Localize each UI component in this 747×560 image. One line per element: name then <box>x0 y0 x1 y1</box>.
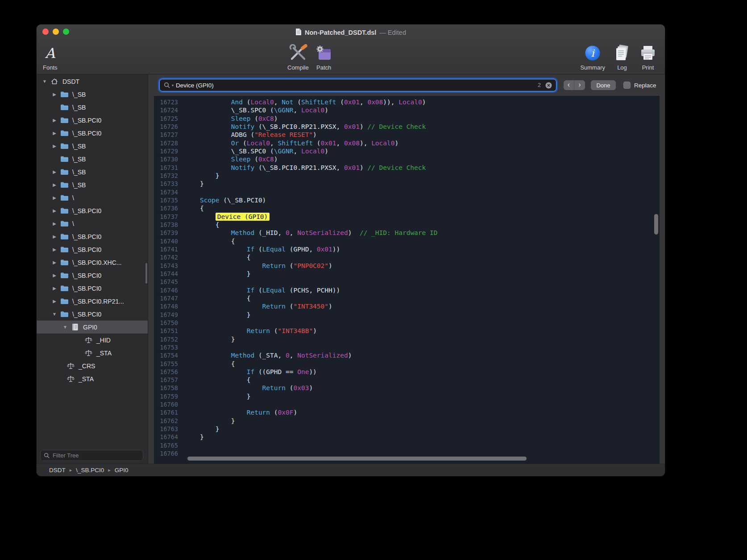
tree-item[interactable]: ▶\_SB <box>37 165 148 178</box>
tree-item[interactable]: ▼GPI0 <box>37 321 148 334</box>
code-text: Notify (\_SB.PCI0.RP21.PXSX, 0x01) // De… <box>180 123 426 131</box>
tree-item[interactable]: ▶\ <box>37 217 148 230</box>
folder-icon <box>59 246 70 253</box>
tree-item[interactable]: \_SB <box>37 101 148 114</box>
tree-item[interactable]: _STA <box>37 346 148 359</box>
replace-checkbox[interactable] <box>623 82 631 89</box>
document-proxy-icon[interactable] <box>295 28 302 37</box>
disclosure-right-icon[interactable]: ▶ <box>50 131 59 136</box>
tree-item[interactable]: _CRS <box>37 359 148 372</box>
folder-icon <box>59 169 70 175</box>
disclosure-right-icon[interactable]: ▶ <box>50 260 59 265</box>
horizontal-scrollbar-thumb[interactable] <box>187 457 527 461</box>
code-text: } <box>180 172 220 180</box>
find-input[interactable]: ▾ Device (GPI0) 2 <box>159 79 556 91</box>
sidebar: ▼DSDT▶\_SB\_SB▶\_SB.PCI0▶\_SB.PCI0▶\_SB\… <box>37 74 148 464</box>
tree-item-label: \ <box>72 194 74 202</box>
disclosure-right-icon[interactable]: ▶ <box>50 169 59 174</box>
tree-item[interactable]: ▶\_SB <box>37 178 148 191</box>
tree-item[interactable]: ▶\_SB.PCI0 <box>37 230 148 243</box>
code-line: 16744 } <box>154 270 660 278</box>
tree-item-label: \_SB.PCI0 <box>72 285 101 292</box>
tree-item[interactable]: ▼DSDT <box>37 75 148 88</box>
tree-item[interactable]: ▶\_SB <box>37 88 148 101</box>
find-previous-button[interactable]: ‹ <box>564 80 574 90</box>
compile-button[interactable]: Compile <box>287 43 309 71</box>
clear-search-icon[interactable] <box>545 82 552 89</box>
log-button[interactable]: Log <box>614 43 630 71</box>
line-number: 16753 <box>154 343 180 351</box>
line-number: 16750 <box>154 319 180 327</box>
code-editor[interactable]: 16723 And (Local0, Not (ShiftLeft (0x01,… <box>154 96 660 464</box>
find-next-button[interactable]: › <box>574 80 585 90</box>
disclosure-right-icon[interactable]: ▶ <box>50 182 59 187</box>
fonts-button[interactable]: A Fonts <box>43 43 58 71</box>
tree-item[interactable]: _HID <box>37 334 148 346</box>
disclosure-right-icon[interactable]: ▶ <box>50 273 59 278</box>
sidebar-tree: ▼DSDT▶\_SB\_SB▶\_SB.PCI0▶\_SB.PCI0▶\_SB\… <box>37 74 148 385</box>
folder-icon <box>59 156 70 162</box>
code-text: { <box>180 360 235 368</box>
tree-item[interactable]: _STA <box>37 372 148 385</box>
search-scope-chevron-icon[interactable]: ▾ <box>172 83 174 87</box>
tree-item[interactable]: ▶\_SB.PCI0 <box>37 204 148 217</box>
disclosure-down-icon[interactable]: ▼ <box>50 312 59 317</box>
breadcrumb-item[interactable]: DSDT <box>49 467 66 474</box>
tree-item[interactable]: ▶\_SB.PCI0.RP21... <box>37 295 148 308</box>
line-number: 16734 <box>154 188 180 196</box>
code-line: 16745 <box>154 278 660 286</box>
folder-icon <box>59 233 70 240</box>
code-line: 16738 { <box>154 221 660 229</box>
tree-item[interactable]: \_SB <box>37 152 148 165</box>
filter-tree-input[interactable]: Filter Tree <box>40 450 143 461</box>
patch-button[interactable]: Patch <box>315 43 333 71</box>
disclosure-right-icon[interactable]: ▶ <box>50 221 59 226</box>
tree-item[interactable]: ▶\ <box>37 191 148 204</box>
window-title: Non-Patched_DSDT.dsl <box>305 29 376 36</box>
tree-item[interactable]: ▶\_SB.PCI0 <box>37 243 148 256</box>
code-text <box>180 449 184 457</box>
tree-item[interactable]: ▶\_SB.PCI0 <box>37 114 148 127</box>
fonts-icon: A <box>45 46 55 60</box>
line-number: 16746 <box>154 286 180 294</box>
disclosure-right-icon[interactable]: ▶ <box>50 234 59 239</box>
tree-item[interactable]: ▶\_SB.PCI0 <box>37 127 148 140</box>
code-line: 16748 Return ("INT3450") <box>154 302 660 310</box>
code-line: 16726 Notify (\_SB.PCI0.RP21.PXSX, 0x01)… <box>154 123 660 131</box>
done-button[interactable]: Done <box>591 80 616 90</box>
log-label: Log <box>617 64 627 71</box>
tree-item-label: \_SB.PCI0.RP21... <box>72 298 124 305</box>
print-button[interactable]: Print <box>639 43 657 71</box>
tree-item[interactable]: ▶\_SB.PCI0 <box>37 269 148 282</box>
disclosure-down-icon[interactable]: ▼ <box>40 79 49 84</box>
tree-item-label: \_SB <box>72 156 86 163</box>
folder-icon <box>59 272 70 279</box>
disclosure-right-icon[interactable]: ▶ <box>50 247 59 252</box>
line-number: 16725 <box>154 115 180 123</box>
breadcrumb-item[interactable]: \_SB.PCI0 <box>76 467 104 474</box>
tree-item[interactable]: ▼\_SB.PCI0 <box>37 308 148 321</box>
tree-item[interactable]: ▶\_SB.PCI0.XHC... <box>37 256 148 269</box>
line-number: 16724 <box>154 106 180 114</box>
disclosure-down-icon[interactable]: ▼ <box>61 325 70 329</box>
code-text: } <box>180 417 235 425</box>
replace-label: Replace <box>634 82 656 89</box>
tree-item[interactable]: ▶\_SB.PCI0 <box>37 282 148 295</box>
disclosure-right-icon[interactable]: ▶ <box>50 286 59 291</box>
code-line: 16759 } <box>154 392 660 400</box>
disclosure-right-icon[interactable]: ▶ <box>50 144 59 148</box>
disclosure-right-icon[interactable]: ▶ <box>50 208 59 213</box>
line-number: 16765 <box>154 441 180 449</box>
vertical-scrollbar-thumb[interactable] <box>654 214 658 235</box>
code-text: Or (Local0, ShiftLeft (0x01, 0x08), Loca… <box>180 139 398 147</box>
code-text <box>180 188 184 196</box>
disclosure-right-icon[interactable]: ▶ <box>50 195 59 200</box>
breadcrumb-item[interactable]: GPI0 <box>115 467 129 474</box>
code-line: 16750 <box>154 319 660 327</box>
sidebar-scrollbar-thumb[interactable] <box>145 263 147 284</box>
disclosure-right-icon[interactable]: ▶ <box>50 92 59 97</box>
tree-item[interactable]: ▶\_SB <box>37 140 148 152</box>
summary-button[interactable]: i Summary <box>580 43 605 71</box>
disclosure-right-icon[interactable]: ▶ <box>50 299 59 304</box>
disclosure-right-icon[interactable]: ▶ <box>50 118 59 123</box>
